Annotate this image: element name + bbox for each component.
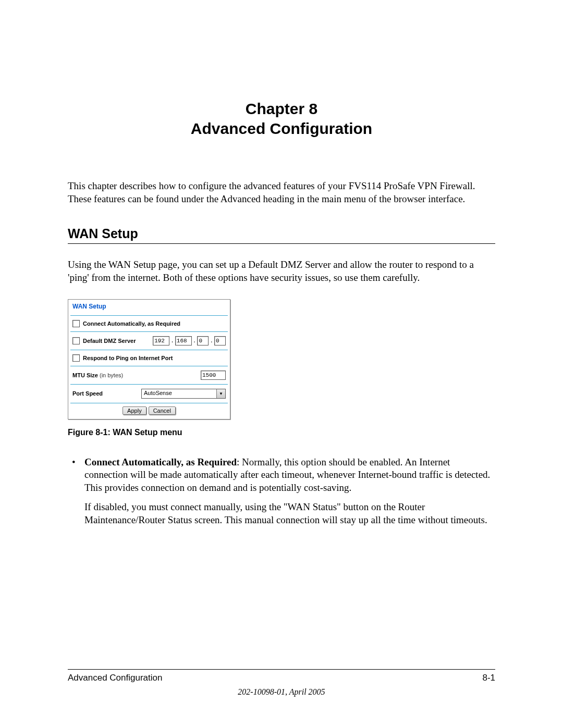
row-default-dmz: Default DMZ Server 192. 168. 0. 0 [68,332,230,350]
mtu-size-input[interactable]: 1500 [201,371,226,380]
footer-left: Advanced Configuration [68,673,162,683]
footer-page-number: 8-1 [482,673,495,683]
port-speed-select[interactable]: AutoSense ▼ [141,389,226,399]
dmz-ip-group: 192. 168. 0. 0 [153,336,226,346]
section-heading-wan-setup: WAN Setup [68,226,495,244]
bullet-list: Connect Automatically, as Required: Norm… [84,456,495,526]
footer-date: 202-10098-01, April 2005 [68,687,495,697]
row-connect-automatically: Connect Automatically, as Required [68,316,230,331]
connect-auto-label: Connect Automatically, as Required [83,320,180,327]
respond-ping-label: Respond to Ping on Internet Port [83,355,173,361]
wan-button-row: Apply Cancel [68,403,230,419]
default-dmz-checkbox[interactable] [72,337,80,344]
mtu-size-label: MTU Size (in bytes) [72,372,123,378]
dmz-ip-octet-1[interactable]: 192 [153,336,169,346]
footer-rule [68,669,495,670]
wan-setup-paragraph: Using the WAN Setup page, you can set up… [68,258,495,284]
dmz-ip-octet-4[interactable]: 0 [214,336,226,346]
dmz-ip-octet-3[interactable]: 0 [197,336,209,346]
port-speed-value: AutoSense [142,389,216,398]
respond-ping-checkbox[interactable] [72,354,80,362]
row-respond-ping: Respond to Ping on Internet Port [68,350,230,366]
footer-row: Advanced Configuration 8-1 [68,673,495,683]
default-dmz-label: Default DMZ Server [83,338,136,344]
bullet-title: Connect Automatically, as Required [84,456,237,467]
intro-paragraph: This chapter describes how to configure … [68,180,495,205]
wan-setup-panel: WAN Setup Connect Automatically, as Requ… [68,299,230,419]
row-mtu-size: MTU Size (in bytes) 1500 [68,366,230,384]
row-port-speed: Port Speed AutoSense ▼ [68,385,230,403]
chapter-heading: Chapter 8 Advanced Configuration [68,99,495,138]
figure-wan-setup: WAN Setup Connect Automatically, as Requ… [68,299,495,419]
connect-auto-checkbox[interactable] [72,320,80,327]
apply-button[interactable]: Apply [123,406,146,415]
port-speed-label: Port Speed [72,390,103,397]
chevron-down-icon: ▼ [216,389,225,398]
figure-caption: Figure 8-1: WAN Setup menu [68,428,495,437]
document-page: Chapter 8 Advanced Configuration This ch… [0,0,563,728]
bullet-connect-automatically: Connect Automatically, as Required: Norm… [84,456,495,526]
cancel-button[interactable]: Cancel [149,406,176,415]
dmz-ip-octet-2[interactable]: 168 [175,336,192,346]
bullet-followup-para: If disabled, you must connect manually, … [84,501,495,526]
page-footer: Advanced Configuration 8-1 202-10098-01,… [68,669,495,697]
wan-panel-title: WAN Setup [68,300,230,315]
chapter-title: Advanced Configuration [68,119,495,139]
chapter-number: Chapter 8 [68,99,495,119]
